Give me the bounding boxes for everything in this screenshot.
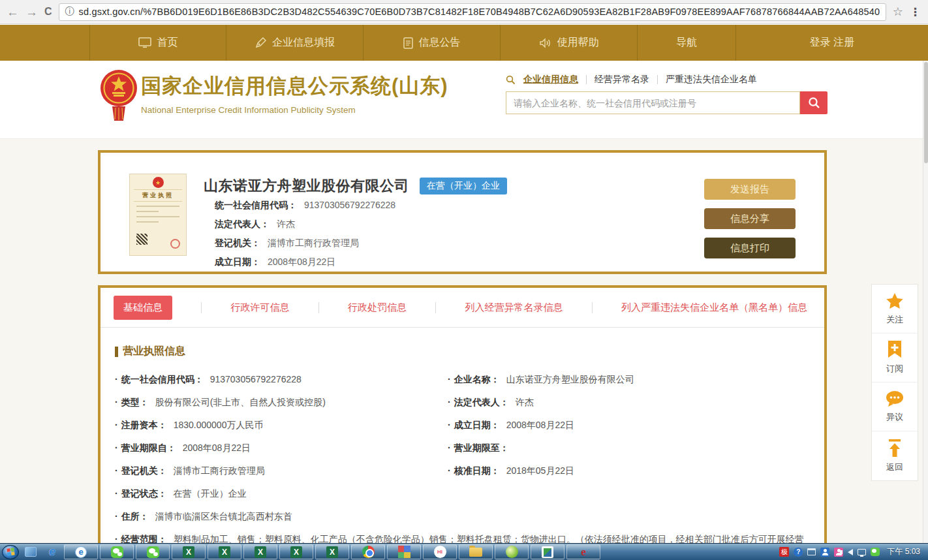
taskbar-app-wechat-2[interactable]: [136, 544, 170, 559]
taskbar-app-excel-3[interactable]: X: [243, 544, 277, 559]
back-to-top-button[interactable]: 返回: [872, 431, 918, 480]
taskbar-app-excel-2[interactable]: X: [208, 544, 241, 559]
back-to-top-icon: [886, 439, 903, 458]
taskbar-app-hi[interactable]: HI: [423, 544, 457, 559]
desktop-icon: [25, 547, 37, 557]
nav-announcements[interactable]: 信息公告: [363, 25, 501, 61]
excel-icon: X: [183, 546, 194, 558]
search-tab-abnormal-list[interactable]: 经营异常名录: [595, 74, 649, 86]
star-icon: [886, 292, 904, 310]
tray-help-icon[interactable]: ?: [794, 548, 803, 557]
network-icon[interactable]: [858, 549, 866, 555]
field-row: 成立日期： 2008年08月22日: [215, 257, 395, 268]
print-info-button[interactable]: 信息打印: [704, 238, 796, 258]
site-header: 国家企业信用信息公示系统(山东) National Enterprise Cre…: [0, 61, 928, 139]
field-value: 1830.000000万人民币: [174, 420, 264, 430]
collage-icon: [398, 546, 410, 558]
green-orb-icon: [506, 546, 518, 558]
tab-administrative-penalty[interactable]: 行政处罚信息: [348, 302, 407, 314]
field-label: 住所：: [115, 511, 149, 521]
tool-label: 关注: [886, 314, 903, 326]
reload-icon[interactable]: C: [44, 6, 52, 18]
share-info-button[interactable]: 信息分享: [704, 208, 796, 229]
field-label: 法定代表人：: [448, 397, 509, 407]
nav-login-register[interactable]: 登录 注册: [736, 25, 928, 61]
bookmark-star-icon[interactable]: ☆: [893, 5, 903, 19]
tab-basic-info[interactable]: 基础信息: [114, 296, 172, 320]
taskbar-app-browser[interactable]: e: [64, 544, 98, 559]
taskbar-app-red-logo[interactable]: e: [566, 544, 600, 559]
nav-label: 导航: [676, 36, 697, 50]
windows-flag-icon: [7, 548, 14, 555]
subscribe-button[interactable]: 订阅: [872, 334, 918, 382]
taskbar-app-excel-1[interactable]: X: [172, 544, 206, 559]
tray-contacts-icon[interactable]: [820, 548, 829, 557]
speaker-icon: [539, 38, 551, 48]
section-title-business-license: 营业执照信息: [115, 345, 824, 358]
taskbar-app-excel-5[interactable]: X: [315, 544, 349, 559]
forward-icon[interactable]: →: [25, 6, 38, 18]
send-report-button[interactable]: 发送报告: [704, 179, 796, 200]
tray-wechat-icon[interactable]: [871, 548, 880, 556]
field-row: 统一社会信用代码：913703056792276228 企业名称：山东诺亚方舟塑…: [115, 373, 810, 386]
search-button[interactable]: [800, 91, 827, 114]
company-summary-card: ★ 营业执照 山东诺亚方舟塑业股份有限公司 在营（开业）企业 统一社会信用代码：…: [98, 150, 827, 274]
nav-home[interactable]: 首页: [90, 25, 226, 61]
page-info-icon[interactable]: ⓘ: [65, 6, 74, 18]
taskbar-app-wechat-1[interactable]: [100, 544, 134, 559]
url-text: sd.gsxt.gov.cn/%7BB6D019E6D1B6E86B3DC2B3…: [79, 7, 880, 17]
field-value: 股份有限公司(非上市、自然人投资或控股): [155, 397, 326, 407]
start-button[interactable]: [2, 545, 19, 559]
back-icon[interactable]: ←: [7, 6, 19, 18]
taskbar-app-building[interactable]: [531, 544, 565, 559]
tab-administrative-license[interactable]: 行政许可信息: [231, 302, 290, 314]
system-tray: 极 ? 下午 5:03: [779, 546, 924, 557]
browser-menu-icon[interactable]: ⋮: [910, 5, 921, 19]
nav-label: 信息公告: [419, 36, 461, 50]
tool-label: 订阅: [886, 363, 903, 375]
field-row: 法定代表人： 许杰: [215, 219, 395, 230]
field-value: 淄博市临淄区朱台镇北高西村东首: [155, 511, 292, 521]
license-info-grid: 统一社会信用代码：913703056792276228 企业名称：山东诺亚方舟塑…: [115, 373, 810, 560]
taskbar-app-folder[interactable]: [459, 544, 493, 559]
volume-icon[interactable]: [848, 549, 853, 555]
desktop-app-icon[interactable]: [21, 545, 40, 559]
search-input[interactable]: [506, 91, 800, 114]
field-row: 类型：股份有限公司(非上市、自然人投资或控股) 法定代表人：许杰: [115, 396, 810, 409]
taskbar-app-collage[interactable]: [387, 544, 421, 559]
search-tab-illegal-list[interactable]: 严重违法失信企业名单: [666, 74, 757, 86]
objection-button[interactable]: 异议: [872, 382, 918, 431]
folder-icon: [469, 548, 482, 557]
taskbar-app-chrome[interactable]: [351, 544, 385, 559]
tray-ji-icon[interactable]: 极: [779, 547, 789, 557]
address-bar[interactable]: ⓘ sd.gsxt.gov.cn/%7BB6D019E6D1B6E86B3DC2…: [59, 3, 886, 21]
field-value: 913703056792276228: [210, 374, 302, 384]
browser-toolbar: ← → C ⓘ sd.gsxt.gov.cn/%7BB6D019E6D1B6E8…: [0, 0, 928, 24]
search-icon: [808, 97, 820, 109]
site-subtitle: National Enterprise Credit Information P…: [141, 105, 448, 115]
tray-window-icon[interactable]: [807, 548, 816, 555]
business-license-thumbnail[interactable]: ★ 营业执照: [129, 174, 187, 256]
nav-help[interactable]: 使用帮助: [501, 25, 638, 61]
divider: [435, 302, 436, 313]
nav-enterprise-filing[interactable]: 企业信息填报: [226, 25, 363, 61]
comment-icon: [886, 390, 904, 407]
nav-sitemap[interactable]: 导航: [638, 25, 736, 61]
field-row: 注册资本：1830.000000万人民币 成立日期：2008年08月22日: [115, 418, 810, 432]
field-label: 统一社会信用代码：: [215, 200, 297, 211]
browser-scrollbar[interactable]: [923, 61, 928, 543]
taskbar-app-excel-4[interactable]: X: [279, 544, 313, 559]
search-tab-credit-info[interactable]: 企业信用信息: [523, 74, 578, 86]
tab-blacklist[interactable]: 列入严重违法失信企业名单（黑名单）信息: [621, 302, 807, 314]
internet-explorer-icon[interactable]: e: [42, 545, 62, 559]
field-value: 913703056792276228: [304, 200, 395, 211]
company-name: 山东诺亚方舟塑业股份有限公司: [204, 176, 409, 196]
field-value: 许杰: [277, 219, 295, 230]
scrollbar-thumb[interactable]: [924, 62, 928, 163]
follow-button[interactable]: 关注: [872, 285, 918, 334]
tab-abnormal-operations[interactable]: 列入经营异常名录信息: [465, 302, 563, 314]
taskbar-clock[interactable]: 下午 5:03: [887, 546, 920, 557]
field-label: 营业期限自：: [115, 443, 176, 453]
taskbar-app-green-orb[interactable]: [495, 544, 529, 559]
tool-label: 异议: [886, 411, 903, 423]
